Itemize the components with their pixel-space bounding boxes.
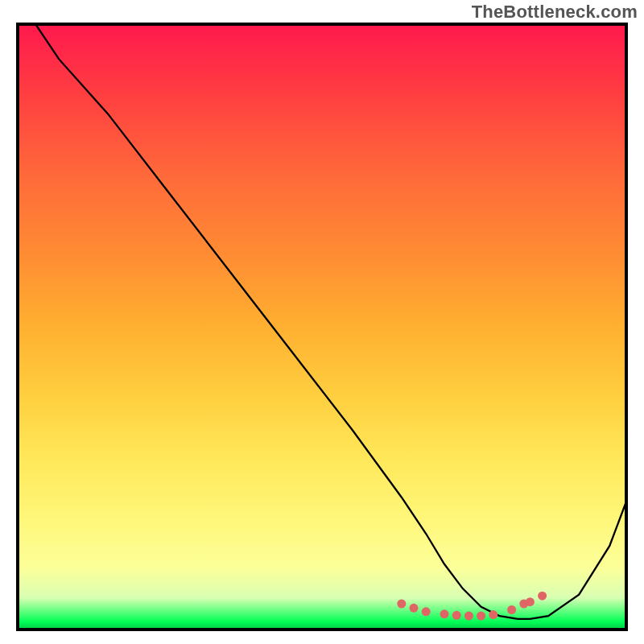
marker-dot <box>477 612 485 621</box>
plot-area <box>16 23 628 631</box>
marker-dot <box>507 605 516 614</box>
marker-dot <box>410 604 419 613</box>
marker-dot <box>489 610 497 619</box>
chart-container: TheBottleneck.com <box>0 0 644 644</box>
watermark-text: TheBottleneck.com <box>472 2 638 23</box>
marker-dot <box>452 611 461 620</box>
marker-dot <box>538 592 547 601</box>
marker-dots <box>397 592 547 621</box>
curve-svg <box>16 23 628 631</box>
marker-dot <box>440 609 449 618</box>
marker-dot <box>422 607 431 616</box>
marker-dot <box>464 612 473 621</box>
curve-line <box>35 23 628 619</box>
marker-dot <box>526 597 535 606</box>
marker-dot <box>397 600 406 609</box>
